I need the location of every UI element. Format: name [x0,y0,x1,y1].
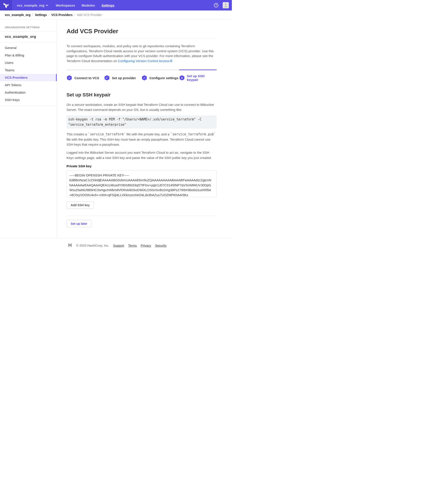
ssh-paragraph-1: On a secure workstation, create an SSH k… [66,102,217,112]
step-connect-to-vcs: ✓ Connect to VCS [66,69,104,82]
external-link-icon [170,59,172,64]
breadcrumb: vcs_example_org / Settings / VCS Provide… [0,11,232,19]
terraform-logo-icon[interactable] [0,0,12,11]
top-nav: vcs_example_org Workspaces Modules Setti… [0,0,232,11]
add-ssh-key-button[interactable]: Add SSH key [66,201,94,209]
ssh-command-block: ssh-keygen -t rsa -m PEM -f "/Users/<NAM… [66,115,217,129]
step-label: Set up SSH keypair [187,74,217,82]
step-configure-settings: ✓ Configure settings [141,69,179,82]
wizard-steps: ✓ Connect to VCS ✓ Set up provider ✓ Con… [66,69,217,82]
help-icon[interactable]: ? [214,3,218,7]
step-check-icon: ✓ [66,75,72,81]
step-set-up-ssh-keypair: 4 Set up SSH keypair [179,69,217,82]
nav-workspaces[interactable]: Workspaces [52,4,78,7]
svg-point-4 [225,4,227,5]
step-set-up-provider: ✓ Set up provider [104,69,142,82]
step-label: Connect to VCS [74,76,99,80]
svg-marker-2 [7,4,8,6]
chevron-down-icon [46,4,48,7]
svg-marker-0 [4,3,5,6]
sidebar: ORGANIZATION SETTINGS vcs_example_org Ge… [0,19,57,238]
org-switcher-label: vcs_example_org [17,4,45,7]
footer: © 2020 HashiCorp, Inc. Support Terms Pri… [0,238,232,253]
private-ssh-key-label: Private SSH key [66,164,217,168]
sidebar-item-general[interactable]: General [0,44,57,51]
set-up-later-button[interactable]: Set up later [66,220,91,227]
footer-security[interactable]: Security [155,244,166,247]
ssh-paragraph-2: This creates a `service_terraform` file … [66,132,217,147]
sidebar-item-authentication[interactable]: Authentication [0,89,57,96]
step-check-icon: ✓ [141,75,147,81]
step-label: Set up provider [112,76,136,80]
intro-doc-link[interactable]: Configuring Version Control Access [118,59,172,63]
intro-paragraph: To connect workspaces, modules, and poli… [66,44,217,63]
breadcrumb-org[interactable]: vcs_example_org [5,13,31,17]
breadcrumb-current: Add VCS Provider [77,13,102,17]
page-title: Add VCS Provider [66,28,217,35]
sidebar-item-users[interactable]: Users [0,59,57,66]
main-content: Add VCS Provider To connect workspaces, … [57,19,223,238]
nav-modules[interactable]: Modules [78,4,98,7]
footer-privacy[interactable]: Privacy [141,244,151,247]
section-heading: Set up SSH keypair [66,92,217,98]
step-label: Configure settings [149,76,179,80]
sidebar-item-vcs-providers[interactable]: VCS Providers [0,74,57,81]
nav-settings[interactable]: Settings [98,4,118,7]
sidebar-org-name: vcs_example_org [0,31,57,42]
breadcrumb-settings[interactable]: Settings [35,13,47,17]
step-check-icon: ✓ [104,75,110,81]
private-ssh-key-input[interactable] [66,170,217,197]
ssh-paragraph-3: Logged into the Bitbucket Server account… [66,150,217,160]
avatar[interactable] [223,2,229,8]
hashicorp-logo-icon [68,243,72,248]
sidebar-item-plan-billing[interactable]: Plan & Billing [0,52,57,59]
footer-copyright: © 2020 HashiCorp, Inc. [76,244,109,247]
sidebar-section-title: ORGANIZATION SETTINGS [0,26,57,31]
footer-terms[interactable]: Terms [128,244,137,247]
org-switcher[interactable]: vcs_example_org [12,4,52,7]
step-number-icon: 4 [179,75,185,81]
breadcrumb-vcs[interactable]: VCS Providers [51,13,73,17]
sidebar-item-ssh-keys[interactable]: SSH Keys [0,96,57,103]
footer-support[interactable]: Support [113,244,124,247]
sidebar-item-api-tokens[interactable]: API Tokens [0,81,57,88]
sidebar-item-teams[interactable]: Teams [0,66,57,74]
